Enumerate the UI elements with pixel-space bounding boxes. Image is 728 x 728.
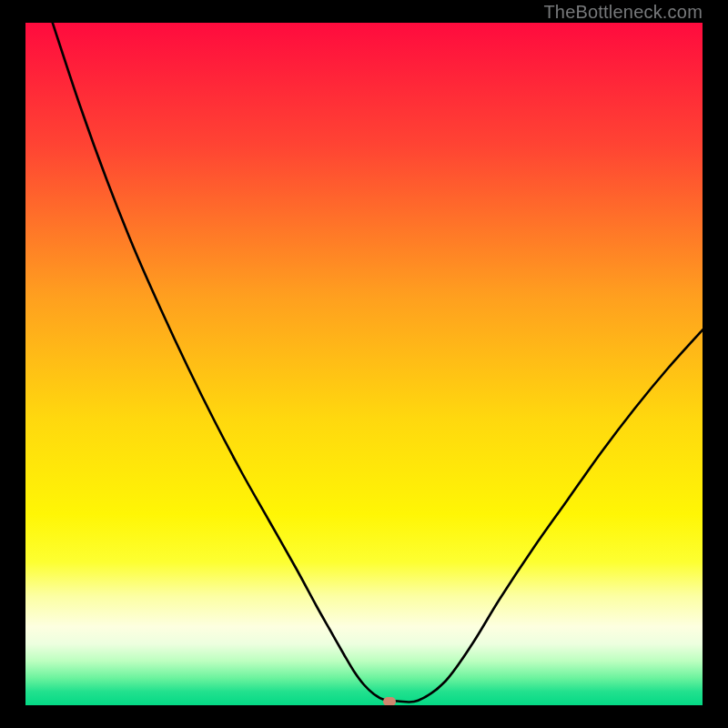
optimal-point-marker bbox=[383, 697, 396, 706]
plot-area bbox=[25, 23, 703, 705]
attribution-text: TheBottleneck.com bbox=[543, 2, 703, 23]
bottleneck-curve bbox=[25, 23, 703, 705]
chart-frame: TheBottleneck.com bbox=[0, 0, 728, 728]
